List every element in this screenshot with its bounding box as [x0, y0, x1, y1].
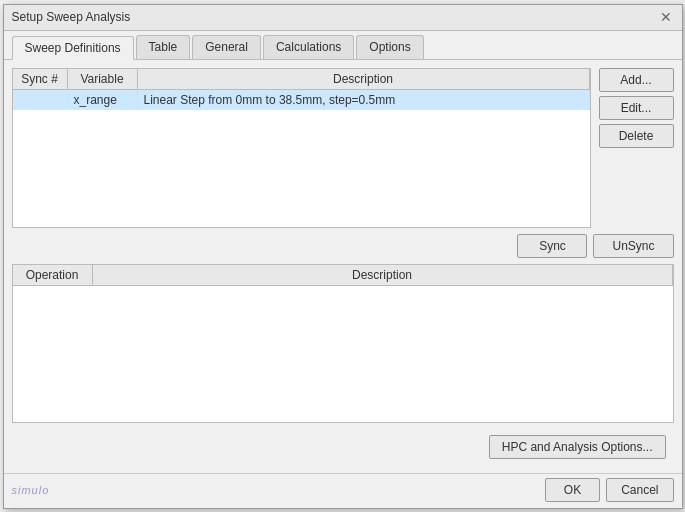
sync-row: Sync UnSync	[12, 234, 674, 258]
tab-bar: Sweep Definitions Table General Calculat…	[4, 31, 682, 60]
col-header-description: Description	[138, 69, 590, 89]
op-desc-col-header: Description	[93, 265, 673, 285]
hpc-row: HPC and Analysis Options...	[12, 429, 674, 465]
dialog-footer: simulo OK Cancel	[4, 473, 682, 508]
delete-button[interactable]: Delete	[599, 124, 674, 148]
col-header-sync: Sync #	[13, 69, 68, 89]
tab-calculations[interactable]: Calculations	[263, 35, 354, 59]
tab-general[interactable]: General	[192, 35, 261, 59]
tab-sweep-definitions[interactable]: Sweep Definitions	[12, 36, 134, 60]
cell-description: Linear Step from 0mm to 38.5mm, step=0.5…	[138, 90, 590, 110]
window-title: Setup Sweep Analysis	[12, 10, 131, 24]
ok-button[interactable]: OK	[545, 478, 600, 502]
col-header-variable: Variable	[68, 69, 138, 89]
cancel-button[interactable]: Cancel	[606, 478, 673, 502]
sweep-table: Sync # Variable Description x_range Line…	[12, 68, 591, 228]
simulo-logo: simulo	[12, 484, 50, 496]
top-section: Sync # Variable Description x_range Line…	[12, 68, 674, 228]
title-bar: Setup Sweep Analysis ✕	[4, 5, 682, 31]
main-window: Setup Sweep Analysis ✕ Sweep Definitions…	[3, 4, 683, 509]
sync-button[interactable]: Sync	[517, 234, 587, 258]
unsync-button[interactable]: UnSync	[593, 234, 673, 258]
main-content: Sync # Variable Description x_range Line…	[4, 60, 682, 473]
edit-button[interactable]: Edit...	[599, 96, 674, 120]
cell-variable: x_range	[68, 90, 138, 110]
close-button[interactable]: ✕	[658, 10, 674, 24]
op-col-header: Operation	[13, 265, 93, 285]
operation-table: Operation Description	[12, 264, 674, 423]
tab-table[interactable]: Table	[136, 35, 191, 59]
table-row[interactable]: x_range Linear Step from 0mm to 38.5mm, …	[13, 90, 590, 110]
action-buttons: Add... Edit... Delete	[599, 68, 674, 228]
operation-table-header: Operation Description	[13, 265, 673, 286]
sweep-table-header: Sync # Variable Description	[13, 69, 590, 90]
add-button[interactable]: Add...	[599, 68, 674, 92]
tab-options[interactable]: Options	[356, 35, 423, 59]
hpc-button[interactable]: HPC and Analysis Options...	[489, 435, 666, 459]
cell-sync	[13, 97, 68, 103]
